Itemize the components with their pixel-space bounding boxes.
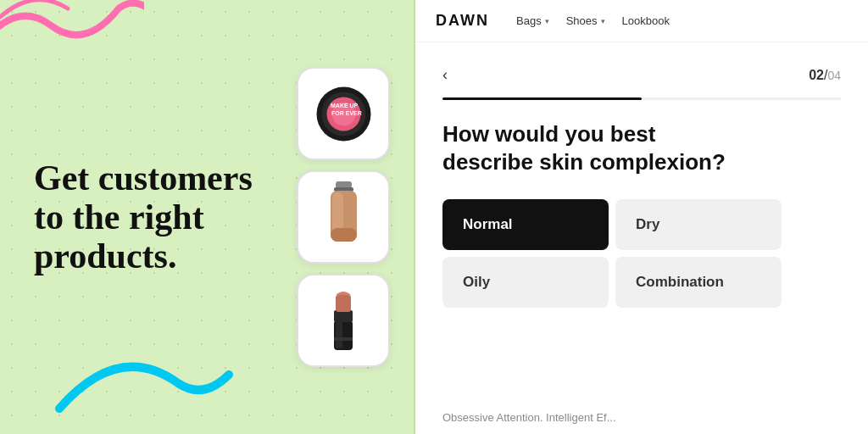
nav-logo: DAWN (436, 12, 489, 30)
compact-icon: MAKE UP FOR EVER (312, 82, 376, 146)
nav-lookbook[interactable]: Lookbook (622, 14, 670, 27)
product-card-lipstick (297, 274, 390, 367)
product-card-foundation (297, 170, 390, 264)
back-button[interactable]: ‹ (442, 66, 448, 84)
total-steps: 04 (827, 69, 841, 82)
quiz-nav: ‹ 02/04 (442, 66, 841, 84)
nav-shoes-label: Shoes (566, 14, 598, 27)
svg-rect-10 (331, 228, 357, 242)
quiz-question: How would you best describe skin complex… (442, 120, 748, 175)
lipstick-icon (322, 287, 364, 354)
svg-rect-15 (334, 337, 353, 341)
current-step: 02 (809, 68, 824, 82)
nav-bags[interactable]: Bags ▾ (516, 14, 549, 27)
bottom-text: Obsessive Attention. Intelligent Ef... (415, 401, 868, 434)
bottom-decoration (51, 332, 237, 417)
answer-normal[interactable]: Normal (442, 199, 609, 250)
products-column: MAKE UP FOR EVER (297, 67, 390, 367)
headline: Get customers to the right products. (34, 159, 271, 276)
shoes-caret-icon: ▾ (601, 17, 605, 25)
nav-links: Bags ▾ Shoes ▾ Lookbook (516, 14, 670, 27)
product-card-compact: MAKE UP FOR EVER (297, 67, 390, 160)
svg-text:MAKE UP: MAKE UP (331, 103, 359, 108)
answer-grid: Normal Dry Oily Combination (442, 199, 782, 308)
answer-oily[interactable]: Oily (442, 257, 609, 308)
svg-rect-12 (336, 322, 342, 348)
nav-bags-label: Bags (516, 14, 542, 27)
right-panel: DAWN Bags ▾ Shoes ▾ Lookbook ‹ 02/04 (415, 0, 868, 434)
answer-combination[interactable]: Combination (615, 257, 782, 308)
svg-rect-13 (334, 310, 353, 322)
quiz-content: ‹ 02/04 How would you best describe skin… (415, 42, 868, 401)
svg-text:FOR EVER: FOR EVER (331, 110, 362, 116)
top-decoration (0, 0, 144, 59)
left-panel: Get customers to the right products. MAK… (0, 0, 415, 434)
progress-bar-container (442, 97, 841, 100)
bags-caret-icon: ▾ (545, 17, 549, 25)
nav-lookbook-label: Lookbook (622, 14, 670, 27)
nav-shoes[interactable]: Shoes ▾ (566, 14, 605, 27)
answer-dry[interactable]: Dry (615, 199, 782, 250)
progress-bar-fill (442, 97, 642, 100)
left-text-block: Get customers to the right products. (0, 159, 271, 276)
svg-rect-6 (336, 181, 352, 188)
navbar: DAWN Bags ▾ Shoes ▾ Lookbook (415, 0, 868, 42)
foundation-icon (320, 181, 367, 253)
step-indicator: 02/04 (809, 68, 841, 83)
panel-divider (414, 0, 415, 434)
svg-rect-14 (336, 295, 351, 312)
